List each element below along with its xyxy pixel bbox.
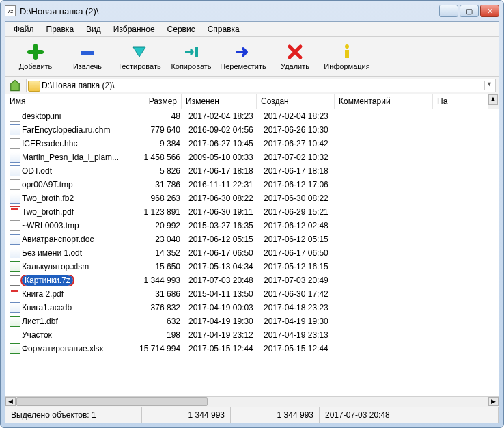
table-row[interactable]: Калькулятор.xlsm15 6502017-05-13 04:3420… — [5, 260, 499, 273]
titlebar: 7z D:\Новая папка (2)\ — ▢ ✕ — [1, 1, 503, 21]
table-row[interactable]: Без имени 1.odt14 3522017-06-17 06:50201… — [5, 246, 499, 260]
toolbar-copy-button[interactable]: Копировать — [165, 39, 217, 75]
table-row[interactable]: Книга1.accdb376 8322017-04-19 00:032017-… — [5, 301, 499, 315]
file-icon — [10, 343, 20, 354]
toolbar-move-button[interactable]: Переместить — [217, 39, 269, 75]
table-row[interactable]: Книга 2.pdf31 6862015-04-11 13:502017-06… — [5, 287, 499, 301]
toolbar-extract-button[interactable]: Извлечь — [61, 39, 113, 75]
file-size: 5 826 — [135, 166, 184, 176]
file-modified: 2015-03-27 16:35 — [184, 221, 260, 230]
table-row[interactable]: opr00A9T.tmp31 7862016-11-11 22:312017-0… — [5, 178, 499, 191]
file-name: Без имени 1.odt — [22, 248, 82, 258]
header-name[interactable]: Имя — [5, 94, 132, 109]
toolbar-add-button[interactable]: Добавить — [10, 39, 61, 75]
move-icon — [234, 43, 252, 61]
table-row[interactable]: Martin_Pesn_lda_i_plam...1 458 5662009-0… — [5, 150, 499, 164]
table-row[interactable]: ~WRL0003.tmp20 9922015-03-27 16:352017-0… — [5, 219, 499, 232]
file-name: Two_broth.fb2 — [22, 193, 74, 203]
menu-0[interactable]: Файл — [8, 23, 40, 36]
file-name: opr00A9T.tmp — [22, 180, 73, 189]
table-row[interactable]: Форматирование.xlsx15 714 9942017-05-15 … — [5, 342, 499, 356]
header-size[interactable]: Размер — [132, 94, 182, 109]
file-created: 2017-04-19 23:13 — [260, 330, 337, 340]
file-modified: 2017-05-15 12:44 — [184, 344, 260, 353]
file-size: 48 — [135, 111, 184, 121]
file-icon — [10, 193, 20, 204]
file-name: ODT.odt — [22, 166, 52, 176]
header-comment[interactable]: Комментарий — [335, 94, 433, 109]
file-icon — [10, 165, 20, 176]
svg-point-2 — [345, 44, 349, 49]
file-modified: 2017-06-17 18:18 — [184, 166, 260, 176]
vertical-scrollbar[interactable]: ▲ — [488, 94, 499, 109]
menu-5[interactable]: Справка — [202, 23, 245, 36]
file-size: 1 123 891 — [135, 207, 184, 217]
file-icon — [10, 289, 20, 299]
maximize-button[interactable]: ▢ — [460, 5, 479, 17]
file-modified: 2017-07-03 20:48 — [184, 276, 260, 285]
scroll-left-icon[interactable]: ◀ — [5, 397, 16, 406]
file-size: 31 786 — [135, 180, 184, 189]
table-row[interactable]: Лист1.dbf6322017-04-19 19:302017-04-19 1… — [5, 315, 499, 328]
file-modified: 2017-06-30 08:22 — [184, 193, 260, 203]
header-created[interactable]: Создан — [257, 94, 335, 109]
menu-2[interactable]: Вид — [81, 23, 107, 36]
file-icon — [10, 111, 20, 122]
header-modified[interactable]: Изменен — [182, 94, 257, 109]
app-window: 7z D:\Новая папка (2)\ — ▢ ✕ ФайлПравкаВ… — [0, 0, 504, 428]
path-dropdown[interactable]: ▼ — [484, 81, 494, 90]
file-modified: 2016-11-11 22:31 — [184, 180, 260, 189]
table-row[interactable]: ICEReader.hhc9 3842017-06-27 10:452017-0… — [5, 137, 499, 150]
path-input[interactable]: D:\Новая папка (2)\ ▼ — [26, 79, 496, 92]
file-name: Книга1.accdb — [22, 303, 72, 312]
status-selection: Выделено объектов: 1 — [5, 407, 142, 423]
file-size: 15 714 994 — [135, 344, 184, 353]
file-created: 2017-07-02 10:32 — [260, 152, 337, 162]
close-button[interactable]: ✕ — [480, 5, 499, 17]
table-row[interactable]: Картинки.7z1 344 9932017-07-03 20:482017… — [5, 273, 499, 287]
menu-4[interactable]: Сервис — [162, 23, 201, 36]
toolbar-delete-button[interactable]: Удалить — [269, 39, 321, 75]
file-size: 1 344 993 — [135, 276, 184, 285]
minimize-button[interactable]: — — [439, 5, 458, 17]
toolbar-test-button[interactable]: Тестировать — [113, 39, 165, 75]
scroll-right-icon[interactable]: ▶ — [488, 397, 499, 406]
up-button[interactable] — [8, 79, 22, 92]
file-modified: 2017-04-19 00:03 — [184, 303, 260, 312]
file-created: 2017-05-12 16:15 — [260, 262, 337, 271]
file-icon — [10, 206, 20, 217]
file-created: 2017-04-18 23:23 — [260, 303, 337, 312]
header-pag[interactable]: Па — [433, 94, 460, 109]
table-row[interactable]: desktop.ini482017-02-04 18:232017-02-04 … — [5, 109, 499, 123]
file-name: Картинки.7z — [22, 275, 73, 286]
table-row[interactable]: ODT.odt5 8262017-06-17 18:182017-06-17 1… — [5, 164, 499, 178]
column-headers: Имя Размер Изменен Создан Комментарий Па… — [5, 94, 499, 109]
file-size: 632 — [135, 317, 184, 326]
file-created: 2017-06-17 18:18 — [260, 166, 337, 176]
scroll-up-icon[interactable]: ▲ — [488, 94, 498, 105]
menubar: ФайлПравкаВидИзбранноеСервисСправка — [5, 22, 499, 37]
file-created: 2017-06-30 17:42 — [260, 289, 337, 299]
status-size1: 1 344 993 — [142, 407, 231, 423]
horizontal-scrollbar[interactable]: ◀ ▶ — [5, 396, 499, 407]
pathbar: D:\Новая папка (2)\ ▼ — [5, 77, 499, 94]
file-list: Имя Размер Изменен Создан Комментарий Па… — [5, 94, 499, 407]
table-row[interactable]: Авиатранспорт.doc23 0402017-06-12 05:152… — [5, 232, 499, 246]
table-row[interactable]: FarEncyclopedia.ru.chm779 6402016-09-02 … — [5, 123, 499, 137]
file-created: 2017-04-19 19:30 — [260, 317, 337, 326]
extract-icon — [79, 43, 96, 61]
status-date: 2017-07-03 20:48 — [320, 407, 499, 423]
toolbar-info-button[interactable]: Информация — [321, 39, 373, 75]
file-modified: 2017-06-27 10:45 — [184, 139, 260, 148]
table-row[interactable]: Two_broth.pdf1 123 8912017-06-30 19:1120… — [5, 205, 499, 219]
table-row[interactable]: Участок1982017-04-19 23:122017-04-19 23:… — [5, 328, 499, 342]
menu-1[interactable]: Правка — [41, 23, 80, 36]
table-row[interactable]: Two_broth.fb2968 2632017-06-30 08:222017… — [5, 191, 499, 205]
file-size: 9 384 — [135, 139, 184, 148]
file-name: Форматирование.xlsx — [22, 344, 104, 353]
file-created: 2017-06-27 10:42 — [260, 139, 337, 148]
file-name: Martin_Pesn_lda_i_plam... — [22, 152, 119, 162]
scroll-thumb[interactable] — [16, 397, 208, 406]
menu-3[interactable]: Избранное — [108, 23, 160, 36]
file-name: FarEncyclopedia.ru.chm — [22, 125, 110, 135]
